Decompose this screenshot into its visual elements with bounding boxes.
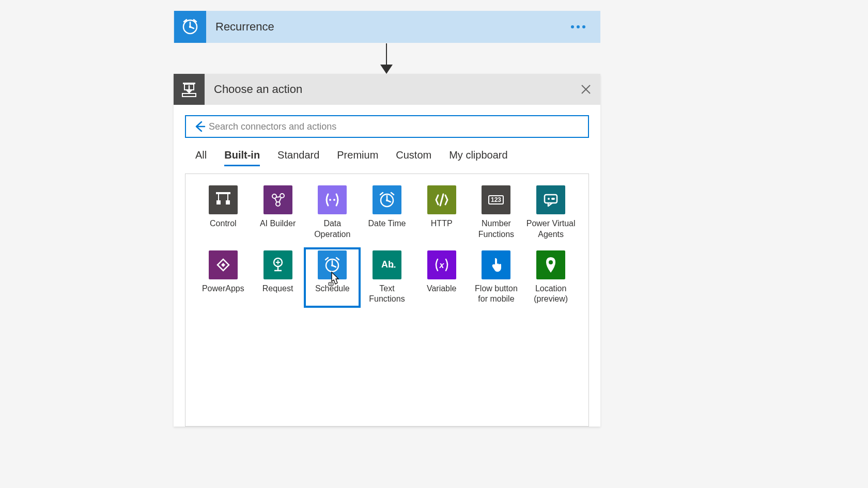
svg-rect-14 [216,200,221,204]
more-button[interactable] [571,25,585,28]
svg-line-3 [190,27,194,28]
svg-line-27 [387,200,391,202]
svg-point-51 [549,260,553,264]
connector-number-functions[interactable]: 123Number Functions [469,183,524,242]
connector-power-virtual-agents[interactable]: Power Virtual Agents [523,183,578,242]
svg-line-30 [440,194,443,206]
panel-header: Choose an action [174,74,600,105]
choose-action-panel: Choose an action AllBuilt-inStandardPrem… [174,74,600,427]
svg-rect-35 [551,198,555,200]
svg-line-28 [380,193,383,195]
svg-point-49 [394,266,395,267]
svg-line-21 [279,198,281,202]
svg-text:x: x [439,261,444,270]
connector-grid: ControlAI BuilderData OperationDate Time… [196,183,578,307]
connector-text-functions[interactable]: AbText Functions [360,248,414,307]
connector-label: HTTP [431,218,453,229]
flow-arrow-head [380,65,393,74]
svg-line-46 [336,258,339,260]
connector-label: AI Builder [260,218,296,229]
control-icon [209,185,238,214]
back-button[interactable] [192,120,206,133]
search-input[interactable] [209,121,584,132]
pva-icon [536,185,565,214]
connector-ai-builder[interactable]: AI Builder [251,183,305,242]
touch-icon [482,250,510,279]
connector-http[interactable]: HTTP [414,183,469,242]
connector-label: Number Functions [470,218,522,240]
connector-date-time[interactable]: Date Time [360,183,414,242]
svg-text:123: 123 [491,196,501,203]
connector-location-preview-[interactable]: Location (preview) [523,248,578,307]
svg-rect-11 [216,192,230,194]
category-tabs: AllBuilt-inStandardPremiumCustomMy clipb… [174,144,600,166]
connector-powerapps[interactable]: PowerApps [196,248,251,307]
svg-point-23 [333,199,335,201]
trigger-title: Recurrence [215,20,571,34]
tab-all[interactable]: All [195,149,207,166]
svg-point-34 [548,198,550,200]
svg-line-20 [275,198,277,202]
aibuilder-icon [264,185,292,214]
connector-label: Text Functions [361,284,413,305]
svg-rect-15 [226,200,230,204]
tab-standard[interactable]: Standard [277,149,319,166]
svg-line-44 [332,265,336,267]
connector-control[interactable]: Control [196,183,251,242]
connector-label: Request [262,284,293,294]
svg-point-48 [392,266,393,267]
recurrence-icon [174,11,206,43]
location-icon [536,250,565,279]
connector-label: Schedule [315,284,350,294]
connector-label: Date Time [368,218,406,229]
connector-label: Power Virtual Agents [525,218,577,240]
txtab-icon: Ab [373,250,401,279]
dataop-icon [318,185,347,214]
connector-label: Flow button for mobile [470,284,522,305]
http-icon [427,185,456,214]
connector-label: PowerApps [202,284,244,294]
svg-line-45 [326,258,328,260]
svg-rect-8 [182,93,196,97]
search-box [185,115,589,138]
connector-label: Control [210,218,237,229]
num123-icon: 123 [482,185,510,214]
connector-request[interactable]: Request [251,248,305,307]
request-icon [264,250,292,279]
powerapps-icon [209,250,238,279]
tab-premium[interactable]: Premium [337,149,378,166]
connector-label: Location (preview) [525,284,577,305]
tab-custom[interactable]: Custom [396,149,431,166]
svg-point-16 [272,194,276,198]
svg-line-29 [391,193,394,195]
panel-title: Choose an action [214,83,575,96]
clock-icon [318,250,347,279]
panel-icon [174,74,205,105]
trigger-card[interactable]: Recurrence [174,11,600,43]
connector-label: Variable [427,284,457,294]
svg-rect-33 [545,195,557,203]
close-button[interactable] [575,78,597,101]
tab-built-in[interactable]: Built-in [224,149,260,166]
svg-point-17 [280,194,284,198]
svg-text:Ab: Ab [381,259,394,270]
clock-icon [373,185,401,214]
connector-variable[interactable]: xVariable [414,248,469,307]
svg-point-22 [329,199,331,201]
tab-my-clipboard[interactable]: My clipboard [449,149,507,166]
connector-flow-button-for-mobile[interactable]: Flow button for mobile [469,248,524,307]
connector-data-operation[interactable]: Data Operation [305,183,360,242]
connector-label: Data Operation [306,218,358,240]
svg-line-19 [276,197,281,197]
connector-schedule[interactable]: Schedule [305,248,360,307]
variable-icon: x [427,250,456,279]
connector-grid-wrap: ControlAI BuilderData OperationDate Time… [185,174,589,427]
